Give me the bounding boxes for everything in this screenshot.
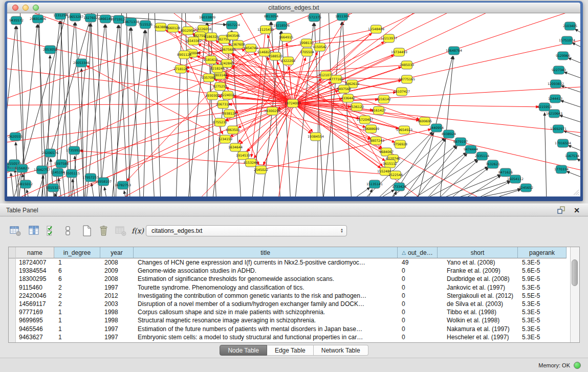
table-selector-combobox[interactable]: citations_edges.txt ▲▼ (146, 225, 347, 236)
graph-node-9435572[interactable]: 9435572 (9, 16, 24, 25)
table-settings-icon[interactable] (9, 225, 21, 237)
table-cell[interactable]: Hescheler et al. (1997) (438, 333, 518, 341)
table-cell[interactable]: 19384554 (16, 267, 54, 275)
table-row[interactable]: 977716911998Corpus callosum shape and si… (16, 308, 567, 316)
graph-node-8454749[interactable]: 8454749 (244, 44, 258, 52)
select-columns-icon[interactable] (45, 225, 57, 237)
table-cell[interactable]: Dudbridge et al. (2008) (438, 275, 518, 283)
network-view-window[interactable]: citations_edges.txt 18724007866012889129… (5, 1, 583, 201)
table-cell[interactable]: Wolkin et al. (1998) (438, 316, 518, 324)
graph-node-1167534[interactable]: 1167534 (565, 152, 579, 160)
import-table-icon[interactable] (115, 225, 127, 237)
graph-node-1145194[interactable]: 1145194 (51, 168, 65, 177)
graph-node-1156829[interactable]: 1156829 (15, 164, 29, 172)
table-cell[interactable]: de Silva et al. (2003) (438, 300, 518, 308)
graph-node-1634644[interactable]: 1634644 (228, 143, 243, 151)
column-header-pagerank[interactable]: pagerank (518, 247, 567, 258)
network-graph[interactable]: 1872400786601288912954232260581827503165… (7, 13, 580, 196)
graph-node-9474444[interactable]: 9474444 (464, 145, 478, 154)
column-header-year[interactable]: year (100, 247, 134, 258)
graph-node-1572375[interactable]: 1572375 (307, 13, 321, 21)
table-row[interactable]: 2242004622012Investigating the contribut… (16, 292, 567, 300)
table-cell[interactable]: Stergiakouli et al. (2012) (438, 292, 518, 300)
graph-node-10688609[interactable]: 10688609 (363, 125, 379, 133)
tab-node-table[interactable]: Node Table (220, 345, 267, 356)
graph-node-17359928[interactable]: 17359928 (66, 146, 82, 155)
table-cell[interactable]: Estimation of significance thresholds fo… (134, 275, 398, 283)
graph-node-1615112[interactable]: 1615112 (383, 160, 397, 168)
table-cell[interactable]: 0 (398, 325, 438, 333)
graph-node-11548408[interactable]: 11548408 (368, 25, 384, 33)
table-row[interactable]: 1456911722003Disruption of a novel membe… (16, 300, 567, 308)
graph-node-19654923[interactable]: 19654923 (396, 126, 412, 134)
minimize-window-button[interactable] (23, 5, 29, 11)
graph-node-8938924[interactable]: 8938924 (442, 130, 456, 138)
graph-node-9699695[interactable]: 9699695 (418, 117, 432, 125)
table-cell[interactable]: 2008 (100, 258, 134, 267)
table-cell[interactable]: 2008 (100, 275, 134, 283)
graph-node-8215953[interactable]: 8215953 (537, 103, 552, 111)
graph-node-4275255[interactable]: 4275255 (213, 82, 227, 91)
graph-node-8186328[interactable]: 8186328 (204, 33, 219, 41)
table-cell[interactable]: 49 (398, 258, 438, 267)
table-cell[interactable]: 5.3E-5 (518, 316, 567, 324)
graph-node-10653287[interactable]: 10653287 (67, 13, 83, 21)
table-cell[interactable]: 0 (398, 333, 438, 341)
graph-node-2103405[interactable]: 2103405 (563, 22, 577, 30)
table-cell[interactable]: 18300295 (16, 275, 54, 283)
table-cell[interactable]: Changes of HCN gene expression and I(f) … (134, 258, 398, 267)
show-column-icon[interactable] (28, 225, 40, 237)
graph-node-17857224[interactable]: 17857224 (224, 21, 240, 29)
column-header-name[interactable]: name (16, 247, 54, 258)
column-header-short[interactable]: short (438, 247, 518, 258)
table-cell[interactable]: Estimation of the future numbers of pati… (134, 325, 398, 333)
graph-node-1327602[interactable]: 1327602 (83, 14, 98, 22)
table-row[interactable]: 969969511998Structural magnetic resonanc… (16, 316, 567, 324)
graph-node-2181612[interactable]: 2181612 (204, 56, 218, 64)
table-cell[interactable]: 9777169 (16, 308, 54, 316)
graph-node-1943546[interactable]: 1943546 (226, 32, 240, 40)
graph-node-9756928[interactable]: 9756928 (393, 140, 407, 148)
graph-node-9397588[interactable]: 9397588 (54, 160, 69, 168)
table-row[interactable]: 911546021997Tourette syndrome. Phenomeno… (16, 283, 567, 292)
graph-node-9815012[interactable]: 9815012 (18, 180, 33, 188)
table-cell[interactable]: 9463627 (16, 333, 54, 341)
table-cell[interactable]: 1 (54, 258, 100, 267)
table-cell[interactable]: 0 (398, 316, 438, 324)
graph-node-8153246[interactable]: 8153246 (244, 159, 258, 167)
graph-node-1733426[interactable]: 1733426 (392, 183, 406, 191)
table-cell[interactable]: 0 (398, 300, 438, 308)
table-cell[interactable]: 5.5E-5 (518, 292, 567, 300)
graph-node-2718126[interactable]: 2718126 (173, 65, 188, 73)
column-header-in_degree[interactable]: in_degree (54, 247, 100, 258)
table-cell[interactable]: Investigating the contribution of common… (134, 292, 398, 300)
graph-node-1811304[interactable]: 1811304 (335, 13, 350, 20)
graph-node-15692971[interactable]: 15692971 (550, 125, 567, 133)
resize-grip-icon[interactable] (572, 188, 579, 195)
tab-edge-table[interactable]: Edge Table (267, 345, 314, 356)
graph-node-8660128[interactable]: 8660128 (166, 24, 180, 32)
graph-node-18775165[interactable]: 18775165 (399, 75, 415, 83)
table-scrollbar-thumb[interactable] (572, 259, 578, 286)
column-header-title[interactable]: title (134, 247, 398, 258)
graph-node-1770334[interactable]: 1770334 (554, 165, 569, 173)
function-builder-icon[interactable]: f(x) (132, 225, 144, 237)
table-cell[interactable]: 5.3E-5 (518, 308, 567, 316)
graph-node-1244413[interactable]: 1244413 (548, 95, 562, 103)
graph-node-19384554[interactable]: 19384554 (308, 133, 324, 141)
table-cell[interactable]: 6 (54, 275, 100, 283)
graph-node-9150542[interactable]: 9150542 (313, 43, 327, 51)
table-cell[interactable]: Franke et al. (2009) (438, 267, 518, 275)
table-row[interactable]: 946362711997Embryonic stem cells: a mode… (16, 333, 567, 341)
table-cell[interactable]: Tibbo et al. (1998) (438, 308, 518, 316)
table-cell[interactable]: 2009 (100, 267, 134, 275)
table-cell[interactable]: Tourette syndrome. Phenomenology and cla… (134, 283, 398, 292)
table-cell[interactable]: 1 (54, 325, 100, 333)
table-cell[interactable]: Corpus callosum shape and size in male p… (134, 308, 398, 316)
table-cell[interactable]: Structural magnetic resonance image aver… (134, 316, 398, 324)
graph-node-16033809[interactable]: 16033809 (199, 13, 215, 21)
graph-node-2522544[interactable]: 2522544 (388, 171, 403, 179)
graph-node-15135141[interactable]: 15135141 (366, 180, 383, 188)
graph-node-7536120[interactable]: 7536120 (350, 103, 364, 111)
graph-node-7234159[interactable]: 7234159 (218, 135, 232, 143)
